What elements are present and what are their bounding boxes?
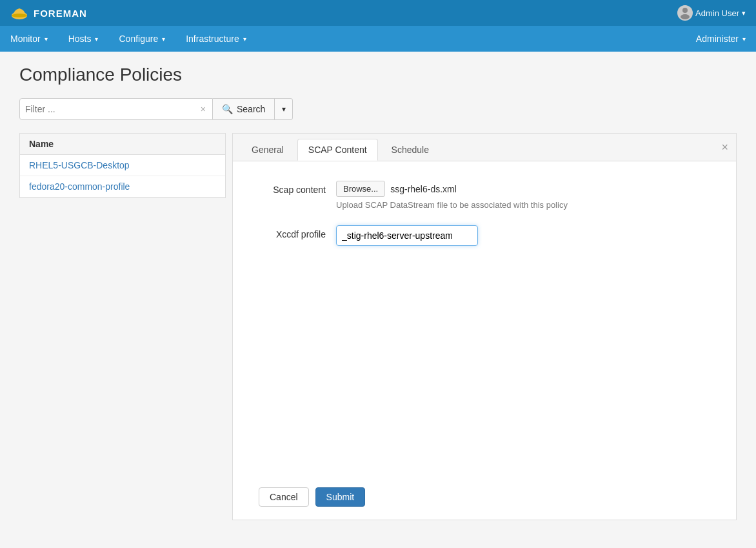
file-name-label: ssg-rhel6-ds.xml — [390, 184, 457, 194]
nav-item-infrastructure[interactable]: Infrastructure ▾ — [175, 26, 256, 52]
list-item[interactable]: RHEL5-USGCB-Desktop — [20, 155, 225, 176]
nav-item-hosts[interactable]: Hosts ▾ — [58, 26, 109, 52]
nav-bar: Monitor ▾ Hosts ▾ Configure ▾ Infrastruc… — [0, 26, 756, 52]
page-content: Compliance Policies × 🔍 Search ▾ Name RH… — [0, 52, 756, 533]
svg-point-3 — [681, 14, 690, 19]
filter-input[interactable] — [25, 104, 199, 114]
tabs-container: General SCAP Content Schedule × — [233, 134, 736, 161]
nav-caret-configure: ▾ — [162, 36, 165, 43]
xccdf-profile-field — [336, 225, 710, 246]
filter-input-wrapper: × — [19, 98, 213, 120]
cancel-button[interactable]: Cancel — [259, 487, 309, 507]
scap-content-group: Scap content Browse... ssg-rhel6-ds.xml … — [259, 181, 710, 210]
scap-content-label: Scap content — [259, 181, 336, 195]
nav-item-configure[interactable]: Configure ▾ — [108, 26, 175, 52]
nav-item-administer[interactable]: Administer ▾ — [686, 26, 756, 52]
brand-section: FOREMAN — [10, 4, 87, 22]
search-icon: 🔍 — [222, 104, 233, 114]
search-dropdown-caret-icon: ▾ — [282, 105, 286, 114]
svg-point-2 — [682, 8, 688, 13]
search-button[interactable]: 🔍 Search — [213, 98, 275, 120]
filter-clear-button[interactable]: × — [199, 104, 207, 114]
nav-caret-hosts: ▾ — [95, 36, 98, 43]
svg-point-1 — [12, 14, 27, 17]
page-title: Compliance Policies — [19, 65, 737, 85]
submit-button[interactable]: Submit — [315, 487, 366, 507]
user-caret-icon: ▾ — [742, 9, 746, 17]
search-dropdown-button[interactable]: ▾ — [275, 98, 293, 120]
browse-button[interactable]: Browse... — [336, 181, 385, 197]
scap-content-field: Browse... ssg-rhel6-ds.xml Upload SCAP D… — [336, 181, 710, 210]
tab-general[interactable]: General — [241, 139, 295, 161]
file-input-row: Browse... ssg-rhel6-ds.xml — [336, 181, 710, 197]
main-layout: Name RHEL5-USGCB-Desktop fedora20-common… — [19, 133, 737, 520]
list-item[interactable]: fedora20-common-profile — [20, 176, 225, 198]
tab-schedule[interactable]: Schedule — [381, 139, 440, 161]
nav-item-monitor[interactable]: Monitor ▾ — [0, 26, 58, 52]
left-panel: Name RHEL5-USGCB-Desktop fedora20-common… — [19, 133, 226, 198]
xccdf-profile-label: Xccdf profile — [259, 225, 336, 239]
user-avatar — [677, 5, 693, 21]
scap-help-text: Upload SCAP DataStream file to be associ… — [336, 200, 710, 210]
left-panel-header: Name — [20, 134, 225, 155]
nav-right: Administer ▾ — [686, 26, 756, 52]
form-body-spacer — [259, 261, 710, 455]
nav-left: Monitor ▾ Hosts ▾ Configure ▾ Infrastruc… — [0, 26, 257, 52]
nav-caret-infrastructure: ▾ — [243, 36, 246, 43]
close-icon[interactable]: × — [721, 141, 728, 153]
filter-bar: × 🔍 Search ▾ — [19, 98, 737, 120]
user-menu[interactable]: Admin User ▾ — [677, 5, 746, 21]
nav-caret-administer: ▾ — [742, 36, 746, 43]
brand-name: FOREMAN — [34, 8, 87, 19]
tab-scap-content[interactable]: SCAP Content — [297, 139, 378, 161]
form-actions: Cancel Submit — [233, 474, 736, 520]
right-panel: General SCAP Content Schedule × Scap con… — [232, 133, 737, 520]
foreman-logo-icon — [10, 4, 28, 22]
form-content: Scap content Browse... ssg-rhel6-ds.xml … — [233, 161, 736, 474]
username-label: Admin User — [695, 8, 739, 18]
nav-caret-monitor: ▾ — [45, 36, 48, 43]
xccdf-profile-input[interactable] — [336, 225, 478, 246]
top-bar: FOREMAN Admin User ▾ — [0, 0, 756, 26]
xccdf-profile-group: Xccdf profile — [259, 225, 710, 246]
